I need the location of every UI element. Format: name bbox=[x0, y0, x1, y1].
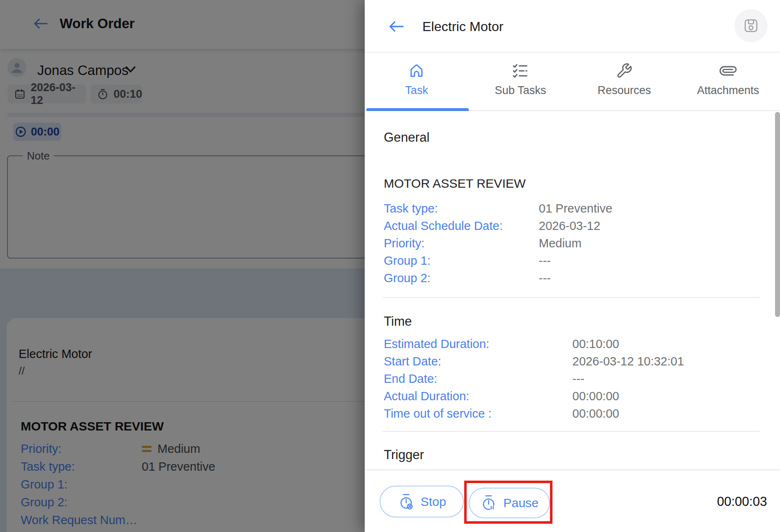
table-row: Estimated Duration: 00:10:00 bbox=[384, 335, 761, 353]
row-label[interactable]: Start Date: bbox=[384, 355, 572, 368]
row-value: 00:10:00 bbox=[572, 337, 619, 351]
row-label[interactable]: Actual Duration: bbox=[384, 389, 572, 403]
save-button[interactable] bbox=[734, 9, 768, 42]
row-label[interactable]: Group 2: bbox=[384, 271, 539, 285]
table-row: Start Date: 2026-03-12 10:32:01 bbox=[384, 353, 761, 370]
general-subheading: MOTOR ASSET REVIEW bbox=[384, 177, 526, 191]
section-heading-general: General bbox=[384, 130, 429, 145]
row-value: 00:00:00 bbox=[572, 407, 619, 421]
table-row: Priority: Medium bbox=[384, 235, 761, 252]
row-value: 00:00:00 bbox=[572, 389, 619, 403]
scrollbar-thumb[interactable] bbox=[775, 112, 780, 317]
row-value: 01 Preventive bbox=[539, 202, 612, 215]
wrench-icon bbox=[616, 62, 632, 80]
tab-label: Attachments bbox=[697, 84, 759, 97]
table-row: Task type: 01 Preventive bbox=[384, 200, 761, 217]
tab-attachments[interactable]: Attachments bbox=[676, 53, 780, 110]
row-label[interactable]: Estimated Duration: bbox=[384, 337, 572, 351]
tab-task[interactable]: Task bbox=[365, 53, 469, 110]
stopwatch-stop-icon bbox=[397, 493, 415, 510]
row-label[interactable]: Group 1: bbox=[384, 254, 539, 268]
drawer-back-arrow-icon[interactable] bbox=[388, 19, 404, 34]
table-row: Actual Duration: 00:00:00 bbox=[384, 387, 761, 405]
paperclip-icon bbox=[720, 62, 736, 80]
elapsed-timer: 00:00:03 bbox=[717, 494, 767, 509]
row-label[interactable]: Time out of service : bbox=[384, 407, 572, 421]
screen: Work Order Jonas Campos bbox=[0, 0, 780, 532]
row-label[interactable]: Priority: bbox=[384, 237, 539, 250]
save-icon bbox=[742, 17, 760, 35]
drawer-header: Electric Motor bbox=[365, 0, 780, 53]
drawer-tabs: Task Sub Tasks bbox=[365, 53, 780, 111]
table-row: End Date: --- bbox=[384, 370, 761, 387]
row-label[interactable]: End Date: bbox=[384, 372, 572, 386]
row-value: --- bbox=[539, 271, 551, 285]
table-row: Group 1: --- bbox=[384, 252, 761, 269]
stop-button-label: Stop bbox=[421, 495, 446, 509]
divider bbox=[383, 297, 760, 298]
section-heading-time: Time bbox=[384, 314, 412, 329]
tab-sub-tasks[interactable]: Sub Tasks bbox=[469, 53, 573, 110]
checklist-icon bbox=[512, 62, 529, 80]
home-icon bbox=[408, 62, 425, 80]
stop-button[interactable]: Stop bbox=[380, 486, 464, 517]
row-label[interactable]: Actual Schedule Date: bbox=[384, 219, 539, 233]
row-value: --- bbox=[539, 254, 551, 268]
section-heading-trigger: Trigger bbox=[384, 447, 424, 462]
row-value: 2026-03-12 bbox=[539, 219, 600, 233]
active-tab-underline bbox=[366, 108, 469, 111]
time-rows: Estimated Duration: 00:10:00 Start Date:… bbox=[384, 335, 761, 422]
tab-label: Sub Tasks bbox=[495, 84, 546, 97]
drawer-footer: Stop Pause 00:00:03 bbox=[365, 469, 780, 532]
table-row: Group 2: --- bbox=[384, 269, 761, 287]
table-row: Actual Schedule Date: 2026-03-12 bbox=[384, 217, 761, 235]
tab-resources[interactable]: Resources bbox=[572, 53, 676, 110]
drawer-title: Electric Motor bbox=[422, 19, 504, 34]
tab-label: Resources bbox=[598, 84, 651, 97]
general-rows: Task type: 01 Preventive Actual Schedule… bbox=[384, 200, 761, 287]
divider bbox=[383, 431, 760, 432]
row-label[interactable]: Task type: bbox=[384, 202, 539, 215]
table-row: Time out of service : 00:00:00 bbox=[384, 405, 761, 422]
row-value: --- bbox=[572, 372, 584, 386]
task-drawer: Electric Motor Task bbox=[365, 0, 780, 532]
row-value: 2026-03-12 10:32:01 bbox=[572, 355, 684, 368]
row-value: Medium bbox=[539, 237, 581, 250]
pause-highlight-annotation bbox=[464, 481, 552, 524]
tab-label: Task bbox=[405, 84, 428, 97]
